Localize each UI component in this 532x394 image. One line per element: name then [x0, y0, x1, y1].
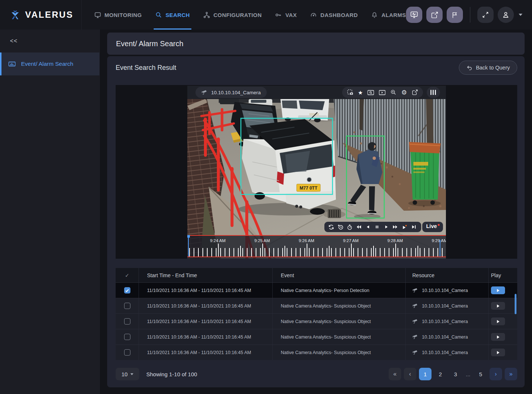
sidebar-item-event-alarm-search[interactable]: Event/ Alarm Search	[0, 52, 99, 75]
timeline[interactable]: 9:24 AM9:25 AM9:26 AM9:27 AM9:28 AM9:29 …	[187, 235, 446, 259]
row-checkbox[interactable]	[124, 287, 130, 293]
fast-forward-button[interactable]	[391, 223, 399, 231]
page-title: Event/ Alarm Search	[116, 40, 183, 48]
nav-item-vax[interactable]: VAX	[275, 0, 297, 30]
account-chevron-icon[interactable]	[519, 14, 522, 16]
filmstrip-search-icon	[367, 89, 374, 96]
settings-button[interactable]: ⚙	[401, 89, 407, 96]
timer-button[interactable]	[345, 223, 354, 231]
row-event: Native Camera Analytics- Suspicious Obje…	[272, 345, 405, 360]
camera-name-pill: 10.10.10.104_Camera	[195, 87, 267, 98]
bell-icon	[371, 11, 378, 18]
jump-to-end-button[interactable]	[410, 223, 418, 231]
cctv-camera-icon	[412, 334, 419, 340]
sidebar-item-label: Event/ Alarm Search	[21, 61, 73, 67]
snapshot-button[interactable]	[347, 89, 354, 96]
page-numbers: 123...5	[419, 368, 487, 380]
nav-item-configuration[interactable]: CONFIGURATION	[203, 0, 262, 30]
layout-grip-button[interactable]	[427, 87, 440, 98]
table-row[interactable]: 11/10/2021 10:16:36 AM - 11/10/2021 10:1…	[116, 282, 517, 298]
row-checkbox[interactable]	[124, 349, 130, 356]
row-checkbox[interactable]	[124, 318, 130, 325]
cctv-camera-icon	[201, 89, 208, 96]
license-plate: M77 0TT	[299, 186, 317, 191]
row-play-button[interactable]	[491, 302, 505, 310]
step-back-button[interactable]	[364, 223, 372, 231]
row-event: Native Camera Analytics- Suspicious Obje…	[272, 298, 405, 313]
pause-button[interactable]	[373, 223, 381, 231]
live-indicator[interactable]: Live	[422, 222, 443, 232]
share-button[interactable]	[426, 7, 443, 23]
page-button-5[interactable]: 5	[474, 368, 487, 380]
header-event: Event	[272, 268, 405, 282]
row-time: 11/10/2021 10:16:36 AM - 11/10/2021 10:1…	[139, 329, 272, 344]
bookmark-button[interactable]: ★	[358, 90, 363, 95]
zoom-in-icon	[390, 89, 397, 96]
film-analytics-icon	[8, 60, 16, 68]
page-button-3[interactable]: 3	[449, 368, 462, 380]
nav-item-alarms[interactable]: ALARMS	[371, 0, 406, 30]
clip-play-button[interactable]	[379, 89, 386, 96]
video-wall-button[interactable]	[406, 7, 422, 23]
row-play-button[interactable]	[491, 349, 505, 356]
last-page-button[interactable]: »	[505, 368, 517, 380]
row-checkbox[interactable]	[124, 303, 130, 309]
fullscreen-button[interactable]	[477, 7, 494, 23]
nav-item-search[interactable]: SEARCH	[155, 0, 190, 30]
row-play-button[interactable]	[491, 286, 505, 294]
header-time: Start Time - End Time	[139, 268, 272, 282]
account-button[interactable]	[498, 7, 514, 23]
row-time: 11/10/2021 10:16:36 AM - 11/10/2021 10:1…	[139, 283, 272, 298]
row-play-button[interactable]	[491, 317, 505, 325]
zoom-in-button[interactable]	[390, 89, 397, 96]
instant-replay-button[interactable]	[337, 223, 345, 231]
table-scrollbar[interactable]	[515, 294, 516, 314]
loop-button[interactable]	[327, 223, 335, 231]
cctv-camera-icon	[412, 349, 419, 356]
select-all-checkmark[interactable]: ✓	[125, 272, 129, 278]
pagination-bar: 10 Showing 1-10 of 100 « ‹ 123...5 › »	[116, 366, 517, 382]
person-icon	[502, 11, 510, 19]
row-checkbox[interactable]	[124, 334, 130, 340]
timeline-red-line-bottom	[187, 257, 446, 257]
archive-search-button[interactable]	[367, 89, 374, 96]
row-time: 11/10/2021 10:16:36 AM - 11/10/2021 10:1…	[139, 298, 272, 313]
row-play-button[interactable]	[491, 333, 505, 341]
export-button[interactable]	[412, 89, 418, 96]
row-time: 11/10/2021 10:16:36 AM - 11/10/2021 10:1…	[139, 314, 272, 329]
first-page-button[interactable]: «	[389, 368, 401, 380]
search-icon	[155, 11, 162, 18]
nav-item-dashboard[interactable]: DASHBOARD	[310, 0, 358, 30]
row-resource: 10.10.10.104_Camera	[422, 319, 468, 324]
row-time: 11/10/2021 10:16:36 AM - 11/10/2021 10:1…	[139, 345, 272, 360]
play-speed-button[interactable]	[400, 223, 409, 231]
header-resource: Resource	[405, 268, 488, 282]
page-button-1[interactable]: 1	[419, 368, 432, 380]
org-chart-icon	[203, 11, 210, 18]
sidebar-collapse-button[interactable]: <<	[0, 30, 99, 52]
monitor-pulse-icon	[410, 11, 418, 19]
page-size-select[interactable]: 10	[116, 368, 139, 380]
flag-button[interactable]	[447, 7, 463, 23]
nav-item-monitoring[interactable]: MONITORING	[94, 0, 142, 30]
live-dot-icon	[438, 224, 440, 226]
play-button[interactable]	[382, 223, 391, 231]
back-to-query-button[interactable]: Back to Query	[459, 61, 517, 75]
next-page-button[interactable]: ›	[490, 368, 502, 380]
table-row[interactable]: 11/10/2021 10:16:36 AM - 11/10/2021 10:1…	[116, 313, 517, 329]
row-resource: 10.10.10.104_Camera	[422, 288, 468, 293]
row-resource: 10.10.10.104_Camera	[422, 303, 468, 309]
topbar-actions	[406, 7, 532, 23]
table-row[interactable]: 11/10/2021 10:16:36 AM - 11/10/2021 10:1…	[116, 344, 517, 360]
timeline-playhead[interactable]	[440, 240, 441, 257]
fast-rewind-button[interactable]	[355, 223, 363, 231]
page-ellipsis: ...	[464, 368, 472, 380]
video-viewport[interactable]: M77 0TT	[187, 99, 446, 259]
table-row[interactable]: 11/10/2021 10:16:36 AM - 11/10/2021 10:1…	[116, 298, 517, 313]
event-rows: 11/10/2021 10:16:36 AM - 11/10/2021 10:1…	[116, 282, 517, 360]
prev-page-button[interactable]: ‹	[404, 368, 416, 380]
table-row[interactable]: 11/10/2021 10:16:36 AM - 11/10/2021 10:1…	[116, 329, 517, 344]
page-button-2[interactable]: 2	[434, 368, 447, 380]
topbar-divider	[470, 7, 470, 23]
timeline-start-marker[interactable]	[188, 235, 189, 257]
